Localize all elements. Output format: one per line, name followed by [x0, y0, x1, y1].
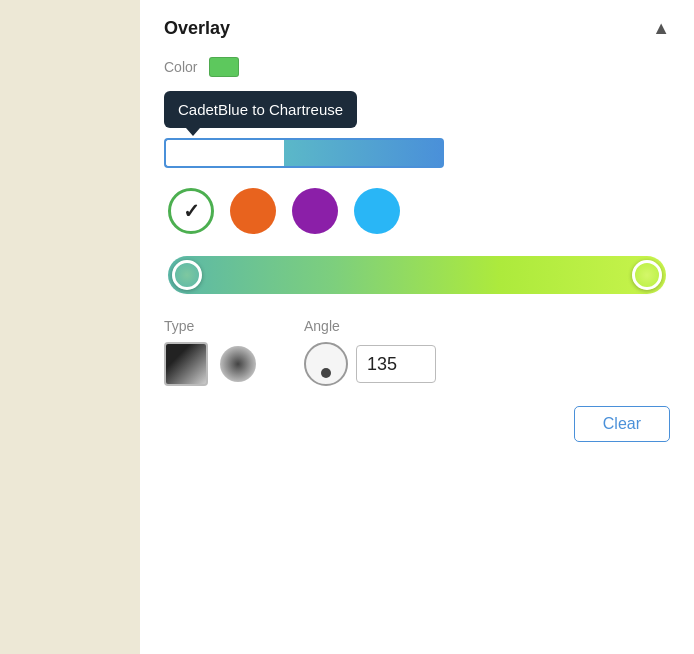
gradient-color-bar[interactable] — [284, 138, 444, 168]
angle-section: Angle — [304, 318, 436, 386]
color-circle-orange[interactable] — [230, 188, 276, 234]
panel-title: Overlay — [164, 18, 230, 39]
angle-controls — [304, 342, 436, 386]
gradient-track[interactable] — [168, 256, 666, 294]
tooltip-box: CadetBlue to Chartreuse — [164, 91, 357, 128]
color-circle-purple[interactable] — [292, 188, 338, 234]
color-label: Color — [164, 59, 197, 75]
tooltip-row: CadetBlue to Chartreuse — [164, 91, 670, 168]
angle-label: Angle — [304, 318, 436, 334]
clear-button-wrap: Clear — [164, 406, 670, 442]
color-circle-blue[interactable] — [354, 188, 400, 234]
angle-dial-dot — [321, 368, 331, 378]
color-row: Color — [164, 57, 670, 77]
slider-thumb-right[interactable] — [632, 260, 662, 290]
angle-dial[interactable] — [304, 342, 348, 386]
angle-input[interactable] — [356, 345, 436, 383]
tooltip-text: CadetBlue to Chartreuse — [178, 101, 343, 118]
gradient-text-input[interactable] — [164, 138, 284, 168]
color-circles — [164, 188, 670, 234]
clear-button[interactable]: Clear — [574, 406, 670, 442]
color-swatch[interactable] — [209, 57, 239, 77]
type-radial-button[interactable] — [220, 346, 256, 382]
type-label: Type — [164, 318, 256, 334]
type-angle-row: Type Angle — [164, 318, 670, 386]
slider-thumb-left[interactable] — [172, 260, 202, 290]
type-section: Type — [164, 318, 256, 386]
color-circle-selected[interactable] — [168, 188, 214, 234]
gradient-input-row — [164, 138, 670, 168]
overlay-panel: Overlay ▲ Color CadetBlue to Chartreuse … — [140, 0, 694, 654]
sidebar — [0, 0, 140, 654]
collapse-icon[interactable]: ▲ — [652, 18, 670, 39]
gradient-slider-wrap — [164, 256, 670, 294]
type-icons — [164, 342, 256, 386]
panel-header: Overlay ▲ — [164, 18, 670, 39]
type-linear-button[interactable] — [164, 342, 208, 386]
